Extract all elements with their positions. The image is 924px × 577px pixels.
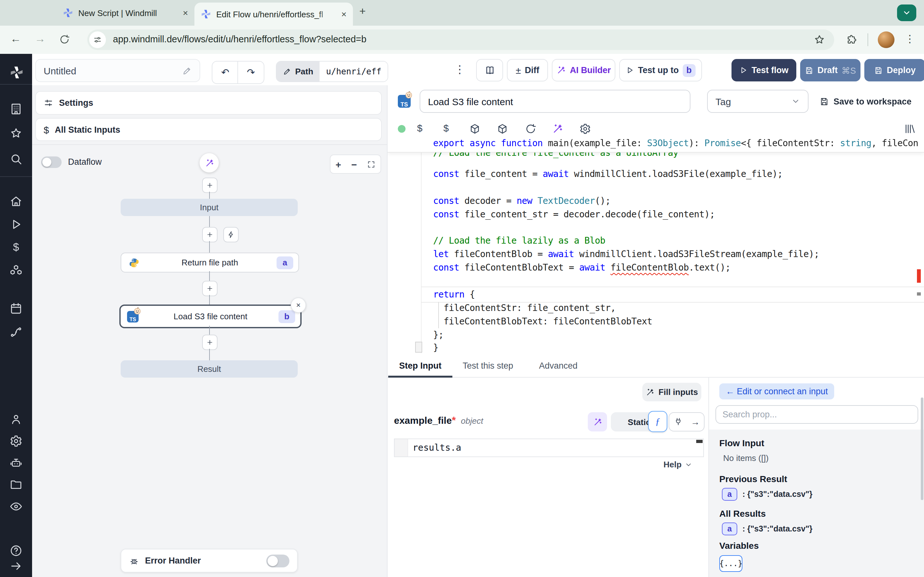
result-badge-a[interactable]: a	[722, 488, 737, 501]
tag-select[interactable]: Tag	[707, 90, 809, 113]
all-results-value[interactable]: : {"s3":"data.csv"}	[742, 524, 813, 533]
result-node-label: Result	[197, 364, 221, 374]
reload-button[interactable]	[59, 34, 70, 45]
sidebar-item-users[interactable]	[10, 413, 23, 426]
sidebar-item-settings[interactable]	[10, 435, 23, 448]
more-menu-icon[interactable]: ⋮	[454, 63, 465, 76]
flow-name-input[interactable]: Untitled	[35, 59, 200, 82]
settings-button[interactable]: Settings	[35, 91, 382, 115]
graph-node-b-selected[interactable]: TS Load S3 file content b	[120, 305, 302, 328]
docs-button[interactable]	[476, 59, 503, 81]
expr-editor[interactable]: results.a	[394, 438, 704, 457]
tab-step-input[interactable]: Step Input	[399, 353, 441, 378]
robot-icon	[10, 457, 23, 470]
tab-search-button[interactable]	[897, 5, 916, 21]
graph-result-node[interactable]: Result	[121, 360, 298, 378]
sidebar-item-variables[interactable]: $	[10, 241, 23, 254]
zoom-out-button[interactable]: −	[351, 159, 357, 169]
tab-close-icon[interactable]: ×	[183, 8, 188, 18]
library-icon[interactable]	[904, 123, 916, 135]
add-step-button[interactable]	[202, 281, 218, 296]
ai-fill-button[interactable]	[588, 412, 607, 432]
bookmark-star-icon[interactable]	[814, 34, 825, 45]
error-handler-card[interactable]: Error Handler	[121, 549, 298, 572]
forward-button[interactable]: →	[35, 33, 45, 45]
sidebar-item-audit[interactable]	[10, 500, 23, 513]
sidebar-item-logo[interactable]	[10, 65, 23, 78]
sidebar-collapse-button[interactable]	[10, 560, 23, 572]
redo-button[interactable]: ↷	[237, 61, 264, 84]
graph-node-a[interactable]: Return file path a	[121, 253, 299, 272]
flow-input-header: Flow Input	[719, 438, 764, 448]
javascript-mode-button[interactable]: ƒ	[648, 411, 667, 432]
browser-tab-new-script[interactable]: New Script | Windmill ×	[57, 3, 194, 23]
add-step-button[interactable]	[202, 227, 218, 242]
graph-input-node[interactable]: Input	[121, 199, 298, 216]
graph-ai-button[interactable]	[200, 153, 219, 172]
ai-builder-button[interactable]: AI Builder	[552, 59, 615, 81]
remove-step-button[interactable]: ×	[291, 298, 306, 313]
magic-wand-icon[interactable]	[552, 123, 564, 135]
sidebar-item-resources[interactable]	[10, 264, 23, 277]
ts-label: TS	[401, 101, 408, 108]
settings-label: Settings	[59, 98, 94, 108]
tab-test-this-step[interactable]: Test this step	[463, 353, 513, 378]
browser-tab-edit-flow[interactable]: Edit Flow u/henri/effortless_fl ×	[194, 3, 353, 26]
diff-button[interactable]: ±Diff	[507, 59, 548, 81]
deploy-button[interactable]: Deploy	[864, 59, 924, 81]
dataflow-toggle[interactable]	[41, 156, 61, 168]
help-dropdown[interactable]: Help	[664, 460, 692, 469]
tab-advanced[interactable]: Advanced	[539, 353, 577, 378]
browser-menu-icon[interactable]: ⋮	[905, 33, 915, 45]
assets-dollar-icon[interactable]: $	[417, 122, 423, 133]
arrow-right-icon[interactable]: →	[691, 417, 700, 427]
sidebar-item-search[interactable]	[10, 153, 23, 165]
gear-icon[interactable]	[580, 123, 591, 135]
path-chip[interactable]: Path u/henri/eff	[276, 61, 389, 82]
edit-or-connect-chip[interactable]: ← Edit or connect an input	[719, 384, 834, 400]
fill-inputs-button[interactable]: Fill inputs	[642, 383, 701, 401]
sidebar-item-home[interactable]	[10, 195, 23, 208]
result-badge-a[interactable]: a	[722, 522, 737, 535]
draft-button[interactable]: Draft⌘S	[800, 59, 861, 81]
fullscreen-icon[interactable]	[367, 160, 375, 168]
site-settings-button[interactable]	[89, 31, 106, 48]
test-up-to-button[interactable]: Test up to b	[619, 59, 702, 81]
refresh-icon[interactable]	[525, 123, 536, 135]
zoom-in-button[interactable]: +	[336, 159, 341, 169]
variables-object-button[interactable]: {...}	[719, 555, 742, 572]
play-icon	[10, 218, 23, 231]
search-prop-input[interactable]	[716, 405, 918, 424]
package-box-icon[interactable]	[497, 123, 508, 135]
sidebar-item-routes[interactable]	[10, 326, 23, 338]
sidebar-item-favorites[interactable]	[10, 127, 23, 140]
step-name-input[interactable]: Load S3 file content	[420, 90, 690, 113]
test-flow-button[interactable]: Test flow	[732, 59, 796, 81]
package-box-icon[interactable]	[469, 123, 481, 135]
back-button[interactable]: ←	[10, 33, 21, 45]
save-to-workspace-button[interactable]: Save to workspace	[819, 93, 911, 110]
plug-icon[interactable]	[674, 417, 682, 426]
sidebar-item-help[interactable]	[10, 544, 23, 557]
sidebar-item-workers[interactable]	[10, 457, 23, 470]
add-step-button[interactable]	[202, 177, 218, 193]
new-tab-button[interactable]: +	[359, 5, 366, 18]
previous-result-value[interactable]: : {"s3":"data.csv"}	[742, 490, 813, 499]
code-editor[interactable]: export async function main(example_file:…	[388, 137, 924, 353]
add-trigger-button[interactable]	[223, 227, 239, 242]
fold-marker[interactable]	[415, 342, 422, 353]
error-handler-toggle[interactable]	[266, 554, 289, 567]
variables-dollar-icon[interactable]: $	[443, 122, 449, 133]
add-step-button[interactable]	[202, 335, 218, 350]
all-static-inputs-button[interactable]: $ All Static Inputs	[35, 118, 382, 141]
avatar[interactable]	[878, 31, 895, 48]
address-bar[interactable]: app.windmill.dev/flows/edit/u/henri/effo…	[87, 29, 834, 50]
tab-close-icon[interactable]: ×	[341, 9, 347, 19]
sidebar-item-folders[interactable]	[10, 478, 23, 491]
undo-button[interactable]: ↶	[212, 61, 238, 84]
extensions-puzzle-icon[interactable]	[846, 34, 857, 45]
sidebar-item-schedules[interactable]	[10, 302, 23, 315]
panel-scrollbar[interactable]	[921, 398, 923, 500]
sidebar-item-runs[interactable]	[10, 218, 23, 231]
sidebar-item-workspace[interactable]	[10, 103, 23, 115]
